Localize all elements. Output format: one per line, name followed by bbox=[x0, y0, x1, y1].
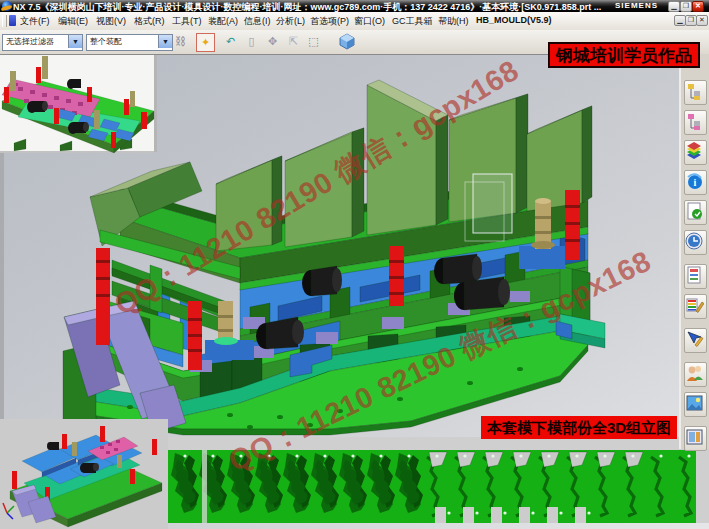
svg-text:i: i bbox=[694, 177, 697, 188]
